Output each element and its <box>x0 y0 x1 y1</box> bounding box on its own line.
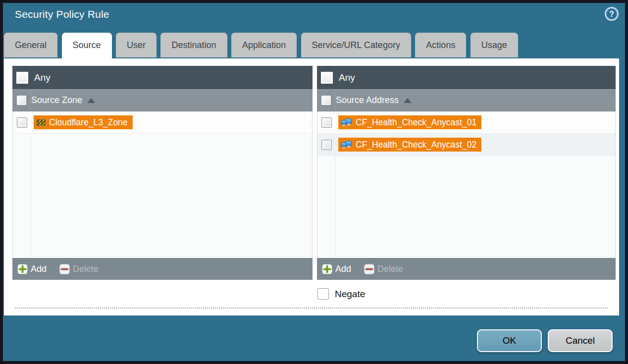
dialog-title: Security Policy Rule <box>15 8 109 20</box>
add-icon <box>322 264 332 274</box>
delete-icon <box>364 264 374 274</box>
negate-label: Negate <box>335 289 365 300</box>
sort-ascending-icon <box>404 98 412 103</box>
security-policy-rule-dialog: Security Policy Rule ? General Source Us… <box>0 0 628 364</box>
zone-toolbar: Add Delete <box>12 258 313 280</box>
address-add-button[interactable]: Add <box>322 264 351 274</box>
tab-general[interactable]: General <box>4 33 57 57</box>
delete-icon <box>59 264 70 274</box>
table-row: CF_Health_Check_Anycast_02 <box>317 134 615 156</box>
screenshot-stage: Security Policy Rule ? General Source Us… <box>0 0 628 364</box>
zone-chip-label: Cloudflare_L3_Zone <box>49 117 128 128</box>
zone-column-header[interactable]: Source Zone <box>12 90 313 111</box>
ok-button[interactable]: OK <box>477 329 542 352</box>
resize-grip-dotted-line <box>15 308 608 309</box>
source-address-panel: Any Source Address <box>317 66 616 280</box>
table-row: CF_Health_Check_Anycast_01 <box>317 111 615 134</box>
zone-column-title: Source Zone <box>31 95 82 105</box>
source-zone-panel: Any Source Zone <box>12 66 313 280</box>
zone-rows: Cloudflare_L3_Zone <box>12 111 313 258</box>
address-select-all-checkbox[interactable] <box>321 95 331 105</box>
address-delete-label: Delete <box>377 264 403 274</box>
address-any-label: Any <box>339 72 355 83</box>
address-any-bar: Any <box>317 66 616 90</box>
address-chip-label: CF_Health_Check_Anycast_02 <box>356 140 476 150</box>
tab-bar: General Source User Destination Applicat… <box>4 33 520 58</box>
zone-any-bar: Any <box>12 66 313 90</box>
help-icon[interactable]: ? <box>604 6 619 21</box>
address-row-checkbox[interactable] <box>321 140 332 150</box>
sort-ascending-icon <box>87 98 95 103</box>
address-column-header[interactable]: Source Address <box>317 90 616 111</box>
tab-destination[interactable]: Destination <box>160 33 227 57</box>
address-delete-button[interactable]: Delete <box>364 264 403 274</box>
address-any-checkbox[interactable] <box>321 72 333 84</box>
zone-icon <box>36 118 46 126</box>
zone-delete-label: Delete <box>73 264 99 274</box>
table-row: Cloudflare_L3_Zone <box>13 111 312 134</box>
zone-select-all-checkbox[interactable] <box>16 95 27 105</box>
address-icon <box>341 118 352 127</box>
column-separator <box>335 90 335 111</box>
dialog-titlebar: Security Policy Rule ? <box>3 3 625 33</box>
column-separator <box>30 90 31 111</box>
tab-application[interactable]: Application <box>231 33 297 57</box>
address-toolbar: Add Delete <box>317 258 616 280</box>
zone-row-checkbox[interactable] <box>17 117 27 128</box>
address-icon <box>341 141 352 149</box>
address-chip[interactable]: CF_Health_Check_Anycast_01 <box>338 115 481 129</box>
tab-source[interactable]: Source <box>62 33 112 59</box>
negate-checkbox[interactable] <box>317 288 329 300</box>
svg-text:?: ? <box>609 10 614 18</box>
tab-usage[interactable]: Usage <box>471 33 518 57</box>
source-tab-content: Any Source Zone <box>4 58 619 315</box>
zone-add-button[interactable]: Add <box>17 264 47 274</box>
address-rows: CF_Health_Check_Anycast_01 <box>317 111 616 258</box>
add-icon <box>17 264 28 274</box>
tab-service-url-category[interactable]: Service/URL Category <box>301 33 411 57</box>
zone-chip[interactable]: Cloudflare_L3_Zone <box>34 115 133 129</box>
zone-any-checkbox[interactable] <box>16 72 28 84</box>
address-chip[interactable]: CF_Health_Check_Anycast_02 <box>338 138 481 152</box>
tab-user[interactable]: User <box>116 33 157 57</box>
cancel-button[interactable]: Cancel <box>548 329 613 352</box>
zone-any-label: Any <box>34 72 51 83</box>
address-row-checkbox[interactable] <box>321 117 332 128</box>
tab-actions[interactable]: Actions <box>415 33 466 57</box>
address-add-label: Add <box>335 264 351 274</box>
negate-control: Negate <box>317 288 365 300</box>
zone-delete-button[interactable]: Delete <box>59 264 99 274</box>
address-chip-label: CF_Health_Check_Anycast_01 <box>356 117 476 128</box>
address-column-title: Source Address <box>336 95 399 105</box>
zone-add-label: Add <box>31 264 47 274</box>
